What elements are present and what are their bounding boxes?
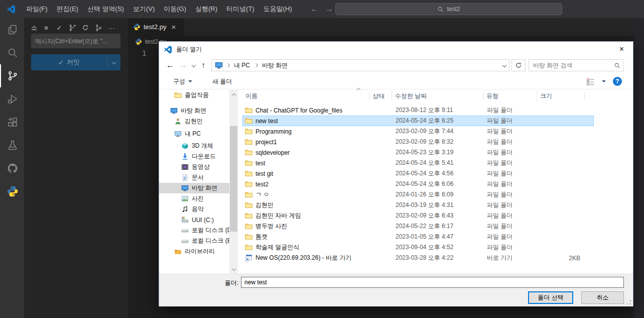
menu-selection[interactable]: 선택 영역(S) <box>83 0 128 18</box>
file-row[interactable]: 병두껑 사진 2024-05-22 오후 6:17파일 폴더 <box>242 221 594 232</box>
scrollbar-thumb[interactable] <box>230 126 237 232</box>
recent-locations-icon[interactable] <box>192 63 196 67</box>
file-row[interactable]: test git 2024-05-24 오후 4:56파일 폴더 <box>242 168 594 179</box>
column-header-date[interactable]: 수정한 날짜 <box>392 91 483 100</box>
change-view-icon[interactable] <box>586 77 595 86</box>
tree-item-user[interactable]: 김현민 <box>159 116 229 127</box>
column-header-status[interactable]: 상태 <box>369 91 392 100</box>
create-branch-icon[interactable] <box>68 24 76 32</box>
commit-check-icon[interactable]: ✓ <box>55 24 63 32</box>
new-folder-button[interactable]: 새 폴더 <box>207 74 237 89</box>
activity-python-icon[interactable] <box>0 180 24 203</box>
tree-item-documents[interactable]: 문서 <box>159 172 229 183</box>
activity-source-control-icon[interactable] <box>0 64 24 87</box>
file-row-shortcut[interactable]: New OS(220.69.203.26) - 바로 가기 2023-03-28… <box>242 253 594 263</box>
address-dropdown-icon[interactable] <box>502 63 506 67</box>
activity-extensions-icon[interactable] <box>0 111 24 134</box>
menu-file[interactable]: 파일(F) <box>22 0 52 18</box>
file-row[interactable]: Programming 2023-02-09 오후 7:44파일 폴더 <box>242 126 594 137</box>
commit-dropdown-button[interactable] <box>107 61 120 64</box>
breadcrumb-separator-icon <box>254 63 258 67</box>
history-back-icon[interactable]: ← <box>310 5 318 14</box>
file-row[interactable]: Chat - ChatGPT for Google_files 2023-08-… <box>242 105 594 116</box>
tree-item-desktop-selected[interactable]: 바탕 화면 <box>159 183 229 193</box>
address-crumb-pc[interactable]: 내 PC <box>233 61 251 70</box>
dialog-title-bar[interactable]: 폴더 열기 × <box>159 42 633 57</box>
editor-scrollbar[interactable] <box>634 18 644 318</box>
tree-item-3d-objects[interactable]: 3D 개체 <box>159 141 229 151</box>
file-row[interactable]: sqldeveloper 2024-05-23 오후 3:19파일 폴더 <box>242 147 594 158</box>
file-row[interactable]: 톰캣 2023-01-05 오후 4:47파일 폴더 <box>242 232 594 242</box>
tab-test2py[interactable]: test2.py × <box>128 18 184 36</box>
tree-item-videos[interactable]: 동영상 <box>159 162 229 172</box>
file-row[interactable]: ㄱ ㅇ 2024-01-26 오후 6:09파일 폴더 <box>242 189 594 200</box>
organize-button[interactable]: 구성 <box>168 74 197 89</box>
menu-view[interactable]: 보기(V) <box>128 0 159 18</box>
search-icon <box>614 62 620 69</box>
up-button[interactable]: ↑ <box>201 61 205 69</box>
tree-item-libraries[interactable]: 라이브러리 <box>159 246 229 257</box>
file-row-selected[interactable]: new test 2024-05-24 오후 6:25파일 폴더 <box>242 116 594 126</box>
tree-item-drive-e[interactable]: 로컬 디스크 (E <box>159 236 229 246</box>
dialog-search-input[interactable] <box>529 60 623 71</box>
back-button[interactable]: ← <box>166 61 174 69</box>
resize-grip[interactable] <box>626 300 631 305</box>
cancel-button[interactable]: 취소 <box>581 291 624 304</box>
tree-item-downloads[interactable]: 다운로드 <box>159 151 229 162</box>
menu-terminal[interactable]: 터미널(T) <box>222 0 259 18</box>
file-row[interactable]: test2 2024-05-24 오후 6:06파일 폴더 <box>242 179 594 189</box>
file-row[interactable]: 학술제 얼굴인식 2023-09-04 오후 4:52파일 폴더 <box>242 242 594 253</box>
dialog-toolbar: 구성 새 폴더 ? <box>159 74 633 89</box>
help-button[interactable]: ? <box>613 77 622 86</box>
tree-item-drive-c[interactable]: UUI (C:) <box>159 215 229 225</box>
vscode-titlebar: 파일(F) 편집(E) 선택 영역(S) 보기(V) 이동(G) 실행(R) 터… <box>0 0 644 18</box>
tree-item-drive-d[interactable]: 로컬 디스크 (D <box>159 225 229 236</box>
git-graph-icon[interactable] <box>94 24 102 32</box>
scroll-up-icon[interactable] <box>229 90 238 98</box>
view-as-list-icon[interactable]: ≡ <box>42 24 50 32</box>
history-forward-icon[interactable]: → <box>325 5 333 14</box>
file-row[interactable]: test 2024-05-24 오후 5:41파일 폴더 <box>242 158 594 168</box>
menu-go[interactable]: 이동(G) <box>159 0 191 18</box>
dialog-search-box[interactable] <box>529 59 624 71</box>
commit-message-input[interactable] <box>31 34 120 48</box>
commit-button[interactable]: ✓ 커밋 <box>31 54 120 70</box>
address-bar[interactable]: 내 PC 바탕 화면 <box>211 59 509 71</box>
tree-item-this-pc[interactable]: 내 PC <box>159 129 229 139</box>
python-file-icon <box>133 23 141 31</box>
activity-github-icon[interactable] <box>0 157 24 180</box>
tab-close-icon[interactable]: × <box>172 23 176 31</box>
dialog-close-button[interactable]: × <box>610 42 633 56</box>
scm-panel-title: 소 <box>31 24 37 32</box>
activity-run-debug-icon[interactable] <box>0 87 24 111</box>
menu-run[interactable]: 실행(R) <box>191 0 222 18</box>
command-center-search[interactable]: test2 <box>335 3 562 15</box>
more-actions-icon[interactable]: ··· <box>107 24 115 32</box>
file-row[interactable]: project1 2023-02-09 오후 8:32파일 폴더 <box>242 137 594 147</box>
column-header-size[interactable]: 크기 <box>537 91 585 100</box>
folder-name-input[interactable] <box>241 277 624 288</box>
new-folder-label: 새 폴더 <box>212 77 232 86</box>
tree-item-pictures[interactable]: 사진 <box>159 193 229 204</box>
column-header-type[interactable]: 유형 <box>483 91 537 100</box>
forward-button[interactable]: → <box>179 61 187 69</box>
menu-help[interactable]: 도움말(H) <box>259 0 297 18</box>
activity-testing-icon[interactable] <box>0 134 24 157</box>
tree-item-graduation[interactable]: 졸업작품 <box>159 90 229 100</box>
folder-icon <box>245 138 252 146</box>
tree-item-desktop-root[interactable]: 바탕 화면 <box>159 105 229 116</box>
scroll-down-icon[interactable] <box>229 265 238 274</box>
select-folder-button[interactable]: 폴더 선택 <box>528 291 573 304</box>
view-dropdown-icon[interactable] <box>602 80 606 82</box>
tree-scrollbar[interactable] <box>229 90 238 274</box>
column-header-name[interactable]: 이름 <box>242 91 369 100</box>
activity-explorer-icon[interactable] <box>0 18 24 41</box>
file-row[interactable]: 김현민 자바 게임 2023-02-09 오후 6:43파일 폴더 <box>242 210 594 221</box>
tree-item-music[interactable]: 음악 <box>159 204 229 215</box>
menu-edit[interactable]: 편집(E) <box>52 0 83 18</box>
file-row[interactable]: 김현민 2024-03-19 오후 4:31파일 폴더 <box>242 200 594 210</box>
refresh-icon[interactable] <box>81 24 89 32</box>
refresh-button[interactable] <box>511 59 526 71</box>
address-crumb-desktop[interactable]: 바탕 화면 <box>261 61 289 70</box>
activity-search-icon[interactable] <box>0 41 24 64</box>
